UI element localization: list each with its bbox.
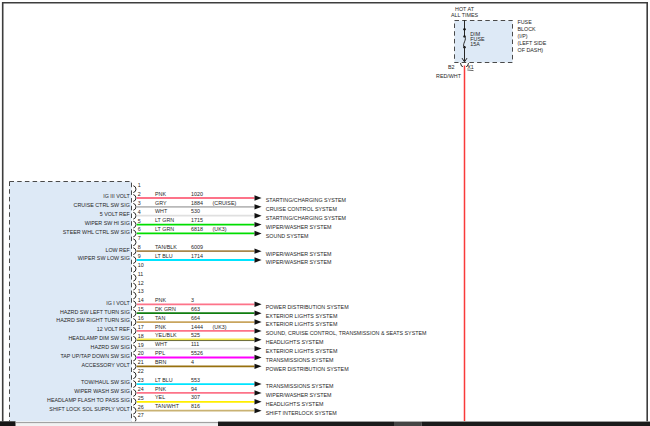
svg-text:10: 10 — [138, 262, 144, 268]
svg-text:TAN: TAN — [155, 315, 165, 321]
svg-text:WHT: WHT — [155, 208, 168, 214]
svg-text:3: 3 — [191, 297, 194, 303]
svg-text:HEADLIGHTS SYSTEM: HEADLIGHTS SYSTEM — [266, 401, 324, 407]
svg-text:STARTING/CHARGING SYSTEM: STARTING/CHARGING SYSTEM — [266, 197, 347, 203]
svg-text:HEADLIGHTS SYSTEM: HEADLIGHTS SYSTEM — [266, 339, 324, 345]
svg-text:1715: 1715 — [191, 217, 203, 223]
svg-text:6009: 6009 — [191, 244, 203, 250]
svg-text:FUSE: FUSE — [518, 19, 533, 25]
svg-text:WHT: WHT — [155, 341, 168, 347]
svg-text:WIPER SW LOW SIG: WIPER SW LOW SIG — [78, 255, 130, 261]
svg-text:X1: X1 — [467, 64, 474, 70]
svg-text:1444: 1444 — [191, 324, 203, 330]
svg-text:3: 3 — [138, 200, 141, 206]
svg-text:B2: B2 — [448, 64, 455, 70]
svg-text:HOT AT: HOT AT — [455, 6, 475, 12]
svg-text:WIPER/WASHER SYSTEM: WIPER/WASHER SYSTEM — [266, 224, 332, 230]
svg-text:24: 24 — [138, 386, 144, 392]
svg-text:19: 19 — [138, 342, 144, 348]
svg-text:23: 23 — [138, 377, 144, 383]
svg-text:HAZRD SW RIGHT TURN SIG: HAZRD SW RIGHT TURN SIG — [56, 317, 129, 323]
svg-text:PNK: PNK — [155, 191, 166, 197]
svg-text:EXTERIOR LIGHTS SYSTEM: EXTERIOR LIGHTS SYSTEM — [266, 321, 338, 327]
svg-text:553: 553 — [191, 377, 200, 383]
svg-text:1884: 1884 — [191, 200, 203, 206]
svg-text:22: 22 — [138, 368, 144, 374]
svg-text:21: 21 — [138, 359, 144, 365]
svg-text:307: 307 — [191, 394, 200, 400]
svg-text:STARTING/CHARGING SYSTEM: STARTING/CHARGING SYSTEM — [266, 215, 347, 221]
svg-text:9: 9 — [138, 253, 141, 259]
svg-text:EXTERIOR LIGHTS SYSTEM: EXTERIOR LIGHTS SYSTEM — [266, 348, 338, 354]
svg-text:LOW REF: LOW REF — [105, 247, 130, 253]
svg-text:530: 530 — [191, 208, 200, 214]
svg-text:(LEFT SIDE: (LEFT SIDE — [518, 40, 547, 46]
svg-text:664: 664 — [191, 315, 200, 321]
svg-text:15A: 15A — [470, 41, 480, 47]
svg-text:27: 27 — [138, 412, 144, 418]
svg-text:IG III VOLT: IG III VOLT — [103, 193, 130, 199]
svg-text:ALL TIMES: ALL TIMES — [451, 12, 478, 18]
svg-text:HEADLAMP DIM SW SIG: HEADLAMP DIM SW SIG — [68, 335, 129, 341]
svg-text:TOW/HAUL SW SIG: TOW/HAUL SW SIG — [81, 379, 130, 385]
svg-text:PNK: PNK — [155, 324, 166, 330]
svg-text:2: 2 — [138, 191, 141, 197]
svg-text:HAZRD SW LEFT TURN SIG: HAZRD SW LEFT TURN SIG — [60, 309, 130, 315]
svg-text:(UK3): (UK3) — [213, 226, 227, 232]
svg-text:1020: 1020 — [191, 191, 203, 197]
svg-text:SHIFT LOCK SOL SUPPLY VOLT: SHIFT LOCK SOL SUPPLY VOLT — [49, 406, 130, 412]
svg-text:1714: 1714 — [191, 253, 203, 259]
svg-text:1: 1 — [138, 182, 141, 188]
svg-text:14: 14 — [138, 297, 144, 303]
svg-text:POWER DISTRIBUTION SYSTEM: POWER DISTRIBUTION SYSTEM — [266, 366, 349, 372]
svg-text:CRUISE CTRL SW SIG: CRUISE CTRL SW SIG — [74, 202, 130, 208]
svg-text:BLOCK: BLOCK — [518, 26, 537, 32]
svg-text:816: 816 — [191, 403, 200, 409]
svg-text:LT BLU: LT BLU — [155, 253, 173, 259]
svg-text:(CRUISE): (CRUISE) — [213, 200, 237, 206]
svg-text:TRANSMISSIONS SYSTEM: TRANSMISSIONS SYSTEM — [266, 383, 334, 389]
svg-text:94: 94 — [191, 386, 197, 392]
svg-text:TAN/BLK: TAN/BLK — [155, 244, 177, 250]
svg-text:13: 13 — [138, 288, 144, 294]
svg-text:PNK: PNK — [155, 386, 166, 392]
svg-text:12 VOLT REF: 12 VOLT REF — [97, 326, 131, 332]
svg-text:CRUISE CONTROL SYSTEM: CRUISE CONTROL SYSTEM — [266, 206, 338, 212]
svg-text:LT GRN: LT GRN — [155, 226, 174, 232]
svg-text:BRN: BRN — [155, 359, 166, 365]
svg-text:525: 525 — [191, 332, 200, 338]
svg-text:LT GRN: LT GRN — [155, 217, 174, 223]
svg-text:WIPER WASH SW SIG: WIPER WASH SW SIG — [74, 388, 130, 394]
svg-text:WIPER/WASHER SYSTEM: WIPER/WASHER SYSTEM — [266, 392, 332, 398]
svg-text:8: 8 — [138, 244, 141, 250]
svg-text:7: 7 — [138, 235, 141, 241]
svg-text:EXTERIOR LIGHTS SYSTEM: EXTERIOR LIGHTS SYSTEM — [266, 313, 338, 319]
svg-text:TRANSMISSIONS SYSTEM: TRANSMISSIONS SYSTEM — [266, 357, 334, 363]
svg-text:6: 6 — [138, 226, 141, 232]
svg-text:(UK3): (UK3) — [213, 324, 227, 330]
svg-text:SOUND, CRUISE CONTROL, TRANSMI: SOUND, CRUISE CONTROL, TRANSMISSION & SE… — [266, 330, 427, 336]
svg-text:111: 111 — [191, 341, 199, 347]
svg-text:STEER WHL CTRL SW SIG: STEER WHL CTRL SW SIG — [63, 229, 130, 235]
svg-text:5 VOLT REF: 5 VOLT REF — [100, 211, 131, 217]
svg-text:5: 5 — [138, 218, 141, 224]
svg-text:GRY: GRY — [155, 200, 167, 206]
svg-text:TAP UP/TAP DOWN SW SIG: TAP UP/TAP DOWN SW SIG — [60, 353, 129, 359]
svg-text:PPL: PPL — [155, 350, 165, 356]
svg-text:6818: 6818 — [191, 226, 203, 232]
svg-text:LT BLU: LT BLU — [155, 377, 173, 383]
svg-text:SOUND SYSTEM: SOUND SYSTEM — [266, 233, 309, 239]
svg-text:663: 663 — [191, 306, 200, 312]
svg-text:YEL: YEL — [155, 394, 165, 400]
svg-text:WIPER/WASHER SYSTEM: WIPER/WASHER SYSTEM — [266, 259, 332, 265]
svg-text:17: 17 — [138, 324, 144, 330]
svg-text:RED/WHT: RED/WHT — [436, 73, 462, 79]
svg-text:11: 11 — [138, 271, 144, 277]
svg-text:WIPER/WASHER SYSTEM: WIPER/WASHER SYSTEM — [266, 251, 332, 257]
svg-text:POWER DISTRIBUTION SYSTEM: POWER DISTRIBUTION SYSTEM — [266, 304, 349, 310]
svg-text:25: 25 — [138, 395, 144, 401]
svg-text:WIPER SW HI SIG: WIPER SW HI SIG — [85, 220, 130, 226]
svg-text:YEL/BLK: YEL/BLK — [155, 332, 177, 338]
svg-text:16: 16 — [138, 315, 144, 321]
svg-text:(I/P): (I/P) — [518, 33, 528, 39]
